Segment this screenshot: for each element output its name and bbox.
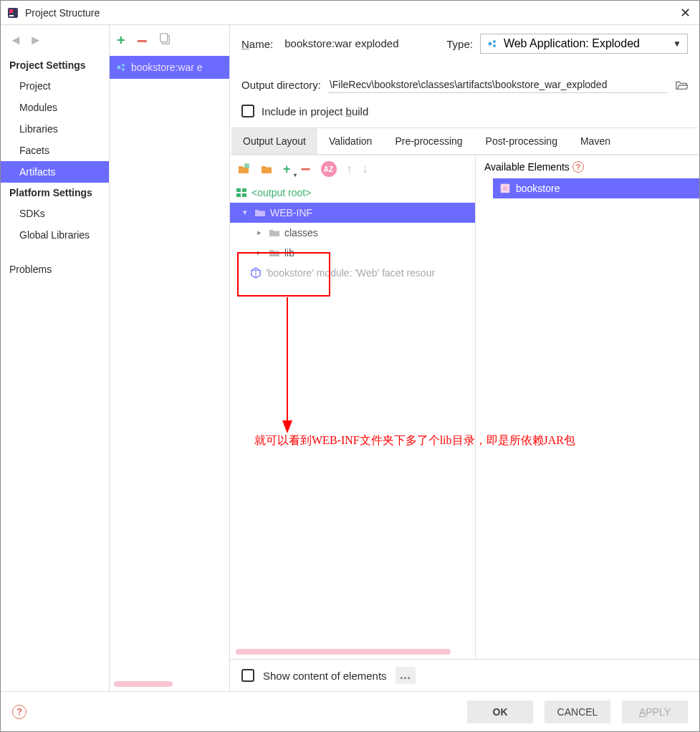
sidebar-item-artifacts[interactable]: Artifacts bbox=[1, 161, 109, 183]
chevron-right-icon: ▸ bbox=[257, 228, 264, 237]
show-content-options-button[interactable]: … bbox=[395, 667, 416, 684]
window-title: Project Structure bbox=[25, 7, 676, 19]
sidebar-item-project[interactable]: Project bbox=[1, 75, 109, 97]
svg-point-10 bbox=[493, 44, 496, 47]
remove-element-icon[interactable]: − bbox=[301, 165, 311, 173]
chevron-right-icon: ▸ bbox=[257, 248, 264, 257]
tree-lib[interactable]: ▸ lib bbox=[230, 243, 475, 263]
artifact-list-scrollbar[interactable] bbox=[114, 681, 173, 687]
tree-root-label: <output root> bbox=[251, 187, 311, 198]
svg-rect-2 bbox=[9, 15, 14, 16]
type-value: Web Application: Exploded bbox=[504, 37, 640, 50]
apply-button[interactable]: APPLY bbox=[622, 700, 688, 723]
svg-rect-14 bbox=[236, 193, 241, 197]
tab-maven[interactable]: Maven bbox=[569, 128, 622, 154]
tree-scrollbar[interactable] bbox=[236, 649, 451, 655]
sidebar-item-global-libs[interactable]: Global Libraries bbox=[1, 224, 109, 246]
available-item-bookstore[interactable]: bookstore bbox=[493, 178, 699, 198]
tree-module-facet[interactable]: 'bookstore' module: 'Web' facet resour bbox=[230, 263, 475, 283]
artifact-name-input[interactable] bbox=[280, 34, 425, 53]
available-item-label: bookstore bbox=[516, 183, 560, 194]
sidebar-item-facets[interactable]: Facets bbox=[1, 140, 109, 161]
artifact-item-label: bookstore:war e bbox=[131, 62, 203, 73]
output-root-icon bbox=[236, 187, 247, 198]
type-label: Type: bbox=[446, 38, 473, 50]
sidebar-item-sdks[interactable]: SDKs bbox=[1, 203, 109, 224]
tab-output-layout[interactable]: Output Layout bbox=[231, 128, 317, 154]
new-folder-icon[interactable] bbox=[237, 163, 250, 175]
tree-output-root[interactable]: <output root> bbox=[230, 183, 475, 203]
include-build-label: Include in project build bbox=[262, 105, 368, 117]
close-icon[interactable]: ✕ bbox=[676, 5, 694, 21]
nav-back-icon[interactable]: ◄ bbox=[9, 34, 22, 47]
war-exploded-icon bbox=[115, 62, 127, 73]
svg-rect-12 bbox=[236, 188, 241, 192]
tab-post-processing[interactable]: Post-processing bbox=[474, 128, 569, 154]
tree-lib-label: lib bbox=[284, 247, 294, 259]
folder-icon bbox=[254, 207, 266, 218]
tree-classes[interactable]: ▸ classes bbox=[230, 223, 475, 243]
output-layout-tree-pane: + − AZ ↑ ↓ <output root> bbox=[230, 155, 476, 659]
sidebar-heading-platform: Platform Settings bbox=[1, 183, 109, 203]
svg-point-5 bbox=[118, 66, 121, 69]
show-content-label: Show content of elements bbox=[263, 670, 387, 682]
svg-rect-13 bbox=[242, 188, 246, 192]
svg-rect-1 bbox=[9, 9, 13, 13]
svg-point-8 bbox=[488, 42, 492, 46]
new-archive-icon[interactable] bbox=[260, 163, 273, 175]
move-down-icon[interactable]: ↓ bbox=[363, 163, 368, 175]
sidebar-item-libraries[interactable]: Libraries bbox=[1, 118, 109, 140]
tree-classes-label: classes bbox=[284, 227, 318, 239]
tree-webinf[interactable]: ▾ WEB-INF bbox=[230, 203, 475, 223]
include-build-checkbox[interactable] bbox=[241, 105, 254, 117]
titlebar: Project Structure ✕ bbox=[1, 1, 699, 25]
svg-point-9 bbox=[493, 40, 496, 43]
sidebar-item-modules[interactable]: Modules bbox=[1, 97, 109, 118]
chevron-down-icon: ▾ bbox=[243, 208, 250, 217]
available-elements-title: Available Elements bbox=[484, 161, 570, 173]
nav-forward-icon[interactable]: ► bbox=[29, 34, 42, 47]
cancel-button[interactable]: CANCEL bbox=[545, 700, 610, 723]
svg-rect-4 bbox=[160, 34, 168, 42]
name-label: Name: bbox=[241, 38, 273, 50]
artifact-type-combo[interactable]: Web Application: Exploded ▼ bbox=[480, 34, 688, 54]
artifact-tabs: Output Layout Validation Pre-processing … bbox=[231, 127, 698, 155]
svg-point-7 bbox=[122, 68, 125, 71]
output-dir-input[interactable] bbox=[328, 77, 668, 93]
app-icon bbox=[6, 6, 19, 19]
add-copy-icon[interactable]: + bbox=[283, 162, 291, 177]
svg-point-6 bbox=[122, 64, 125, 67]
artifact-list-panel: + − bookstore:war e bbox=[110, 25, 230, 691]
folder-icon bbox=[269, 247, 280, 259]
show-content-checkbox[interactable] bbox=[241, 669, 254, 682]
web-app-icon bbox=[486, 38, 498, 49]
copy-artifact-icon[interactable] bbox=[159, 32, 172, 49]
project-icon bbox=[500, 183, 510, 193]
sidebar-heading-project: Project Settings bbox=[1, 55, 109, 75]
add-artifact-icon[interactable]: + bbox=[117, 32, 125, 49]
output-tree: <output root> ▾ WEB-INF ▸ classes bbox=[230, 183, 475, 283]
svg-rect-15 bbox=[242, 193, 246, 197]
annotation-text: 就可以看到WEB-INF文件夹下多了个lib目录，即是所依赖JAR包 bbox=[254, 433, 691, 448]
browse-folder-icon[interactable] bbox=[675, 79, 688, 92]
tree-module-label: 'bookstore' module: 'Web' facet resour bbox=[266, 267, 435, 279]
artifact-list-item[interactable]: bookstore:war e bbox=[110, 56, 229, 79]
sort-az-icon[interactable]: AZ bbox=[321, 161, 337, 177]
help-icon[interactable]: ? bbox=[572, 161, 584, 173]
dialog-help-icon[interactable]: ? bbox=[12, 705, 27, 719]
available-elements-pane: Available Elements ? bookstore bbox=[476, 155, 699, 659]
chevron-down-icon: ▼ bbox=[673, 39, 681, 49]
ok-button[interactable]: OK bbox=[467, 700, 533, 723]
output-dir-label: Output directory: bbox=[241, 79, 321, 91]
settings-sidebar: ◄ ► Project Settings Project Modules Lib… bbox=[1, 25, 110, 691]
folder-icon bbox=[269, 227, 280, 239]
tab-validation[interactable]: Validation bbox=[317, 128, 383, 154]
dialog-footer: ? OK CANCEL APPLY bbox=[1, 691, 699, 731]
tab-pre-processing[interactable]: Pre-processing bbox=[383, 128, 474, 154]
tree-webinf-label: WEB-INF bbox=[270, 207, 312, 218]
move-up-icon[interactable]: ↑ bbox=[347, 163, 353, 175]
remove-artifact-icon[interactable]: − bbox=[137, 37, 148, 44]
module-icon bbox=[250, 267, 262, 279]
sidebar-item-problems[interactable]: Problems bbox=[1, 259, 109, 280]
artifact-detail-panel: Name: Type: Web Application: Exploded ▼ … bbox=[230, 25, 699, 691]
